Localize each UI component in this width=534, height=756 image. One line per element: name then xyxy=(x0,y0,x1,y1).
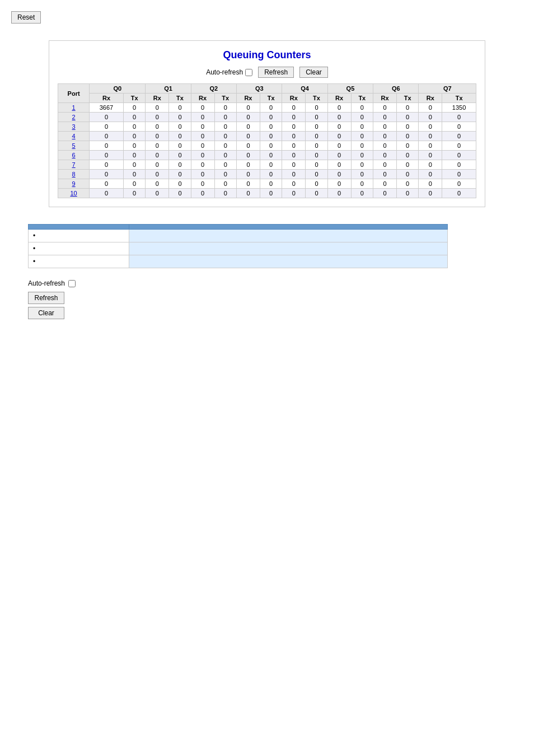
queuing-table: Port Q0 Q1 Q2 Q3 Q4 Q5 Q6 Q7 Rx Tx Rx Tx… xyxy=(58,83,476,198)
port-link[interactable]: 8 xyxy=(72,171,76,178)
info-label-1: • xyxy=(29,230,129,242)
clear-button[interactable]: Clear xyxy=(299,67,328,78)
cell-value: 0 xyxy=(146,132,169,141)
cell-value: 0 xyxy=(123,189,146,198)
cell-value: 0 xyxy=(123,132,146,141)
cell-value: 0 xyxy=(419,170,442,179)
q6-rx-header: Rx xyxy=(373,94,397,103)
info-row-3: • xyxy=(29,255,448,268)
bottom-refresh-button[interactable]: Refresh xyxy=(28,292,64,304)
cell-value: 0 xyxy=(419,113,442,122)
port-link[interactable]: 7 xyxy=(72,161,76,168)
cell-value: 0 xyxy=(396,132,419,141)
cell-value: 1350 xyxy=(442,103,476,113)
port-link[interactable]: 2 xyxy=(72,114,76,120)
table-row: 70000000000000000 xyxy=(58,160,476,170)
cell-value: 0 xyxy=(373,122,397,132)
port-link[interactable]: 9 xyxy=(72,180,76,187)
cell-value: 0 xyxy=(282,141,306,151)
cell-value: 0 xyxy=(351,141,373,151)
cell-value: 0 xyxy=(327,151,351,160)
cell-value: 0 xyxy=(419,103,442,113)
cell-value: 0 xyxy=(351,103,373,113)
cell-value: 0 xyxy=(396,103,419,113)
q5-rx-header: Rx xyxy=(327,94,351,103)
cell-value: 0 xyxy=(282,189,306,198)
port-link[interactable]: 4 xyxy=(72,133,76,139)
cell-value: 0 xyxy=(442,151,476,160)
cell-value: 0 xyxy=(123,179,146,189)
port-link[interactable]: 1 xyxy=(72,104,76,111)
cell-value: 0 xyxy=(396,122,419,132)
cell-value: 0 xyxy=(260,103,282,113)
cell-value: 0 xyxy=(123,160,146,170)
cell-value: 0 xyxy=(123,170,146,179)
cell-value: 0 xyxy=(90,113,124,122)
cell-value: 0 xyxy=(351,179,373,189)
cell-value: 0 xyxy=(442,160,476,170)
cell-value: 0 xyxy=(396,179,419,189)
table-row: 40000000000000000 xyxy=(58,132,476,141)
cell-value: 0 xyxy=(260,160,282,170)
cell-value: 0 xyxy=(396,151,419,160)
cell-value: 0 xyxy=(214,132,237,141)
cell-value: 0 xyxy=(191,113,214,122)
queuing-panel: Queuing Counters Auto-refresh Refresh Cl… xyxy=(49,40,485,207)
cell-value: 0 xyxy=(306,132,328,141)
cell-value: 0 xyxy=(146,122,169,132)
port-link[interactable]: 10 xyxy=(70,190,77,197)
q7-rx-header: Rx xyxy=(419,94,442,103)
cell-value: 0 xyxy=(90,151,124,160)
cell-value: 0 xyxy=(442,113,476,122)
cell-value: 0 xyxy=(351,151,373,160)
cell-value: 0 xyxy=(90,122,124,132)
cell-value: 0 xyxy=(282,122,306,132)
cell-value: 0 xyxy=(282,151,306,160)
info-table: • • • xyxy=(28,224,448,268)
cell-value: 0 xyxy=(260,113,282,122)
cell-value: 0 xyxy=(306,160,328,170)
info-value-3 xyxy=(129,255,448,268)
cell-value: 0 xyxy=(373,189,397,198)
q7-header: Q7 xyxy=(419,84,476,94)
cell-value: 0 xyxy=(191,103,214,113)
bottom-auto-refresh-checkbox[interactable] xyxy=(68,280,76,287)
port-link[interactable]: 6 xyxy=(72,152,76,158)
reset-button[interactable]: Reset xyxy=(11,11,41,24)
port-header: Port xyxy=(58,84,90,103)
cell-value: 0 xyxy=(306,170,328,179)
cell-value: 0 xyxy=(373,103,397,113)
q4-tx-header: Tx xyxy=(306,94,328,103)
bottom-clear-button[interactable]: Clear xyxy=(28,307,64,319)
cell-value: 0 xyxy=(237,179,260,189)
cell-value: 0 xyxy=(169,189,191,198)
cell-value: 0 xyxy=(169,179,191,189)
cell-value: 0 xyxy=(442,189,476,198)
cell-value: 0 xyxy=(123,113,146,122)
table-row: 90000000000000000 xyxy=(58,179,476,189)
cell-value: 0 xyxy=(146,179,169,189)
cell-value: 0 xyxy=(237,189,260,198)
cell-value: 0 xyxy=(419,189,442,198)
cell-value: 0 xyxy=(169,151,191,160)
table-row: 20000000000000000 xyxy=(58,113,476,122)
port-link[interactable]: 3 xyxy=(72,123,76,130)
auto-refresh-checkbox[interactable] xyxy=(245,69,252,76)
q6-tx-header: Tx xyxy=(396,94,419,103)
cell-value: 0 xyxy=(327,122,351,132)
cell-value: 0 xyxy=(214,170,237,179)
cell-value: 0 xyxy=(442,179,476,189)
cell-value: 0 xyxy=(396,160,419,170)
q0-tx-header: Tx xyxy=(123,94,146,103)
port-link[interactable]: 5 xyxy=(72,142,76,149)
cell-value: 0 xyxy=(237,113,260,122)
cell-value: 0 xyxy=(351,122,373,132)
table-row: 13667000000000000001350 xyxy=(58,103,476,113)
q6-header: Q6 xyxy=(373,84,419,94)
cell-value: 0 xyxy=(123,141,146,151)
cell-value: 0 xyxy=(260,122,282,132)
refresh-button[interactable]: Refresh xyxy=(258,67,294,78)
cell-value: 0 xyxy=(373,170,397,179)
q5-header: Q5 xyxy=(327,84,373,94)
controls-bar: Auto-refresh Refresh Clear xyxy=(58,67,476,78)
